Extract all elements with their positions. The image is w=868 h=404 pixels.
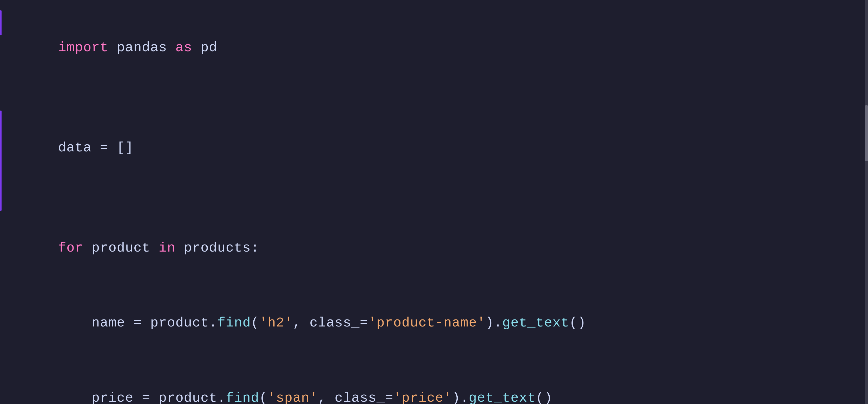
token-product-name-string: 'product-name'	[368, 315, 486, 330]
token-parens-gettext-2: ()	[536, 391, 553, 404]
token-equals-1: =	[91, 140, 117, 155]
token-products-var: products	[176, 240, 251, 256]
token-paren-close-1: )	[486, 315, 494, 330]
token-paren-close-2: )	[452, 391, 460, 404]
token-paren-open-2: (	[259, 391, 268, 404]
token-in: in	[158, 240, 176, 256]
token-dot-2: .	[494, 315, 502, 330]
line-name-assign: name = product.find('h2', class_='produc…	[8, 286, 855, 361]
scroll-thumb[interactable]	[865, 105, 868, 162]
token-find-2: find	[225, 391, 259, 404]
token-find-1: find	[217, 315, 251, 330]
token-pandas: pandas	[108, 40, 176, 55]
token-parens-gettext-1: ()	[569, 315, 586, 330]
token-product-var: product	[83, 240, 158, 256]
token-comma-1: ,	[292, 315, 310, 330]
token-dot-4: .	[460, 391, 469, 404]
line-import: import pandas as pd	[8, 10, 855, 86]
token-comma-2: ,	[318, 391, 335, 404]
token-class-param-1: class_	[310, 315, 360, 330]
active-line-bar	[0, 10, 2, 35]
blank-line-1	[8, 86, 855, 111]
token-equals-class-2: =	[385, 391, 393, 404]
token-data-var: data	[58, 140, 91, 155]
token-indent-price: price	[58, 391, 133, 404]
token-equals-name: =	[125, 315, 150, 330]
token-indent-name: name	[58, 315, 125, 330]
token-brackets: []	[117, 140, 133, 155]
token-span-string: 'span'	[268, 391, 318, 404]
token-dot-1: .	[209, 315, 217, 330]
token-price-string: 'price'	[393, 391, 452, 404]
token-for: for	[58, 240, 83, 256]
token-h2-string: 'h2'	[259, 315, 292, 330]
scrollbar[interactable]	[865, 0, 868, 404]
token-product-name: product	[150, 315, 209, 330]
token-pd: pd	[192, 40, 217, 55]
token-gettext-2: get_text	[469, 391, 536, 404]
for-loop-bar	[0, 111, 2, 211]
token-product-price: product	[158, 391, 217, 404]
token-gettext-1: get_text	[502, 315, 569, 330]
token-as: as	[176, 40, 192, 55]
line-data-assign: data = []	[8, 111, 855, 186]
code-editor: import pandas as pd data = [] for produc…	[0, 0, 868, 404]
token-import: import	[58, 40, 108, 55]
token-class-param-2: class_	[335, 391, 385, 404]
token-colon-for: :	[251, 240, 259, 256]
token-equals-class-1: =	[360, 315, 368, 330]
token-equals-price: =	[133, 391, 159, 404]
blank-line-2	[8, 185, 855, 210]
token-dot-3: .	[217, 391, 225, 404]
token-paren-open-1: (	[251, 315, 259, 330]
line-price-assign: price = product.find('span', class_='pri…	[8, 361, 855, 404]
code-content: import pandas as pd data = [] for produc…	[8, 10, 855, 404]
line-for-loop: for product in products:	[8, 211, 855, 286]
